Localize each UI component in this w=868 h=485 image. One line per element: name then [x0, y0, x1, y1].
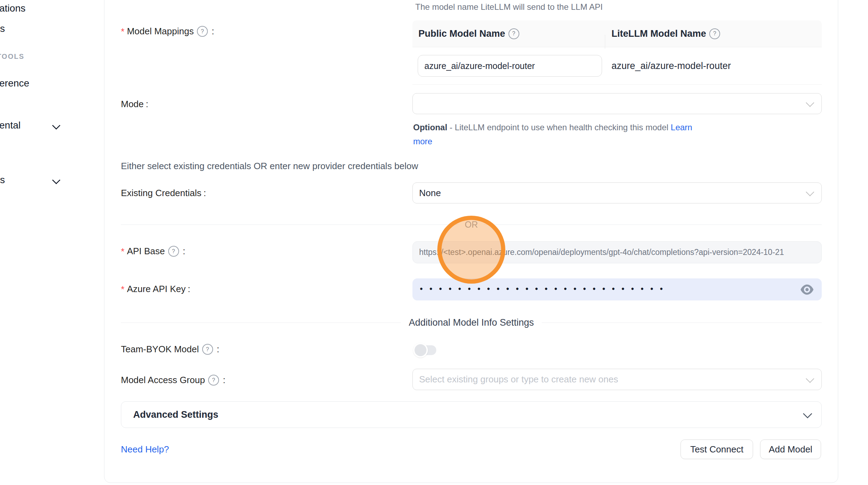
mode-helper-text: Optional - LiteLLM endpoint to use when …: [413, 120, 709, 148]
azure-api-key-label: * Azure API Key :: [121, 284, 190, 295]
help-icon[interactable]: ?: [202, 344, 213, 355]
public-model-name-input[interactable]: [418, 55, 602, 77]
add-model-page: ations s TOOLS erence ental s The model …: [0, 0, 868, 485]
mode-select[interactable]: [412, 93, 822, 114]
test-connect-button[interactable]: Test Connect: [681, 439, 753, 459]
sidebar-item-inference[interactable]: erence: [0, 78, 29, 89]
eye-icon[interactable]: [800, 284, 814, 295]
help-icon[interactable]: ?: [168, 246, 179, 257]
advanced-settings-expander[interactable]: Advanced Settings: [121, 401, 822, 428]
table-header-row: Public Model Name ? LiteLLM Model Name ?: [412, 20, 822, 47]
existing-credentials-value: None: [419, 188, 441, 199]
sidebar-section-tools: TOOLS: [0, 53, 25, 61]
help-icon[interactable]: ?: [709, 28, 720, 39]
help-icon[interactable]: ?: [508, 28, 519, 39]
column-header-public-model-name: Public Model Name ?: [418, 28, 605, 39]
model-mappings-label: * Model Mappings ? :: [121, 26, 214, 37]
existing-credentials-label: Existing Credentials :: [121, 188, 206, 199]
click-highlight-annotation: [437, 216, 505, 284]
required-marker: *: [121, 27, 124, 36]
additional-settings-divider-text: Additional Model Info Settings: [409, 317, 534, 328]
chevron-down-icon[interactable]: [52, 176, 60, 184]
mode-label: Mode :: [121, 99, 148, 110]
chevron-down-icon[interactable]: [52, 121, 60, 130]
need-help-link[interactable]: Need Help?: [121, 444, 169, 455]
model-access-group-label: Model Access Group ? :: [121, 375, 225, 386]
sidebar-item-organizations[interactable]: ations: [0, 3, 26, 14]
column-header-litellm-model-name: LiteLLM Model Name ?: [611, 28, 822, 39]
help-icon[interactable]: ?: [197, 26, 208, 37]
model-name-hint: The model name LiteLLM will send to the …: [415, 2, 603, 12]
chevron-down-icon: [803, 409, 812, 418]
api-base-label: * API Base ? :: [121, 246, 185, 257]
sidebar-item-experimental[interactable]: ental: [0, 120, 21, 131]
litellm-model-name-value: azure_ai/azure-model-router: [611, 61, 731, 71]
toggle-knob: [413, 343, 428, 358]
required-marker: *: [121, 285, 124, 294]
model-mappings-table: Public Model Name ? LiteLLM Model Name ?…: [412, 20, 822, 85]
model-access-group-placeholder: Select existing groups or type to create…: [419, 374, 618, 385]
chevron-down-icon: [806, 98, 814, 107]
team-byok-label: Team-BYOK Model ? :: [121, 344, 219, 355]
chevron-down-icon: [806, 188, 814, 196]
masked-api-key: ••••••••••••••••••••••••••: [420, 285, 669, 293]
sidebar-nav: ations s TOOLS erence ental s: [0, 0, 104, 485]
credentials-note: Either select existing credentials OR en…: [121, 161, 418, 172]
existing-credentials-select[interactable]: None: [412, 182, 822, 203]
column-divider: [605, 35, 605, 49]
table-row: azure_ai/azure-model-router: [412, 47, 822, 85]
required-marker: *: [121, 247, 124, 256]
chevron-down-icon: [806, 374, 814, 383]
team-byok-toggle[interactable]: [415, 345, 436, 355]
model-access-group-select[interactable]: Select existing groups or type to create…: [412, 369, 822, 390]
sidebar-item-settings[interactable]: s: [0, 174, 5, 186]
advanced-settings-title: Advanced Settings: [133, 409, 218, 420]
additional-settings-divider: Additional Model Info Settings: [121, 316, 822, 329]
help-icon[interactable]: ?: [208, 375, 219, 386]
add-model-button[interactable]: Add Model: [760, 439, 821, 459]
sidebar-item[interactable]: s: [0, 23, 5, 34]
